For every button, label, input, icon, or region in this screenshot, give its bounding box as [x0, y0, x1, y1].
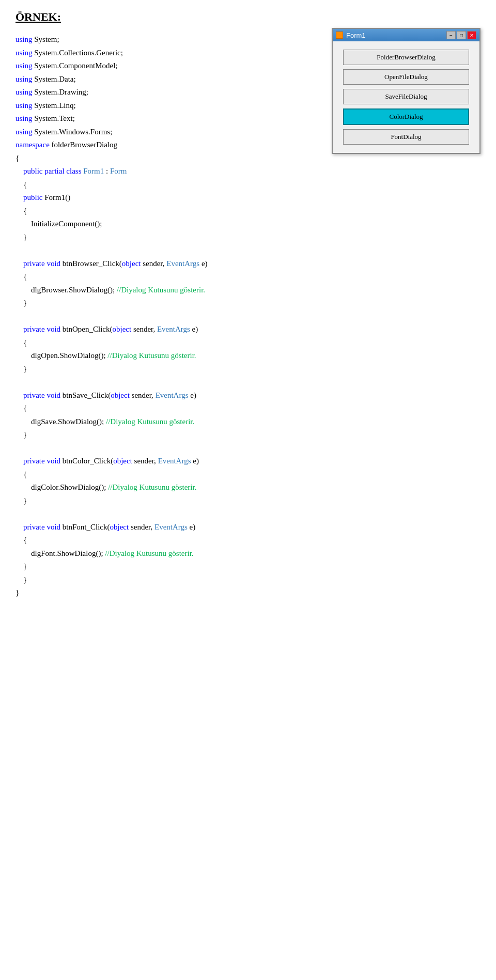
code-line	[16, 310, 481, 323]
code-line: {	[16, 402, 481, 415]
code-line: namespace folderBrowserDialog	[16, 138, 481, 152]
code-line: private void btnSave_Click(object sender…	[16, 389, 481, 402]
code-block: using System; using System.Collections.G…	[16, 33, 481, 600]
code-line: }	[16, 231, 481, 244]
code-line	[16, 442, 481, 455]
code-line: {	[16, 152, 481, 165]
code-line: {	[16, 534, 481, 547]
code-line: using System.Data;	[16, 73, 481, 86]
code-line: using System.Drawing;	[16, 86, 481, 99]
code-line: {	[16, 468, 481, 481]
code-line: public partial class Form1 : Form	[16, 165, 481, 178]
code-line	[16, 376, 481, 389]
code-line: }	[16, 573, 481, 587]
code-line	[16, 244, 481, 257]
code-line: using System.Collections.Generic;	[16, 46, 481, 60]
code-line: using System.Windows.Forms;	[16, 126, 481, 139]
code-line: InitializeComponent();	[16, 217, 481, 231]
code-line: dlgColor.ShowDialog(); //Diyalog Kutusun…	[16, 481, 481, 494]
code-line: using System;	[16, 33, 481, 46]
code-line: {	[16, 270, 481, 284]
code-line: {	[16, 336, 481, 350]
code-line: private void btnColor_Click(object sende…	[16, 455, 481, 468]
page-title: ÖRNEK:	[16, 10, 481, 24]
code-line: dlgSave.ShowDialog(); //Diyalog Kutusunu…	[16, 415, 481, 429]
code-line: public Form1()	[16, 191, 481, 205]
code-line	[16, 507, 481, 521]
code-line: {	[16, 205, 481, 218]
code-line: private void btnOpen_Click(object sender…	[16, 323, 481, 336]
code-line: dlgFont.ShowDialog(); //Diyalog Kutusunu…	[16, 547, 481, 561]
code-area: Form1 − □ ✕ FolderBrowserDialog OpenFile…	[16, 33, 481, 600]
code-line: }	[16, 428, 481, 442]
code-line: dlgBrowser.ShowDialog(); //Diyalog Kutus…	[16, 284, 481, 297]
code-line: }	[16, 297, 481, 310]
code-line: private void btnBrowser_Click(object sen…	[16, 257, 481, 271]
code-line: }	[16, 494, 481, 508]
code-line: }	[16, 363, 481, 376]
code-line: }	[16, 560, 481, 573]
code-line: using System.ComponentModel;	[16, 59, 481, 73]
code-line: dlgOpen.ShowDialog(); //Diyalog Kutusunu…	[16, 349, 481, 363]
code-line: using System.Text;	[16, 112, 481, 126]
code-line: }	[16, 586, 481, 600]
code-line: using System.Linq;	[16, 99, 481, 113]
code-line: private void btnFont_Click(object sender…	[16, 521, 481, 534]
code-line: {	[16, 178, 481, 192]
